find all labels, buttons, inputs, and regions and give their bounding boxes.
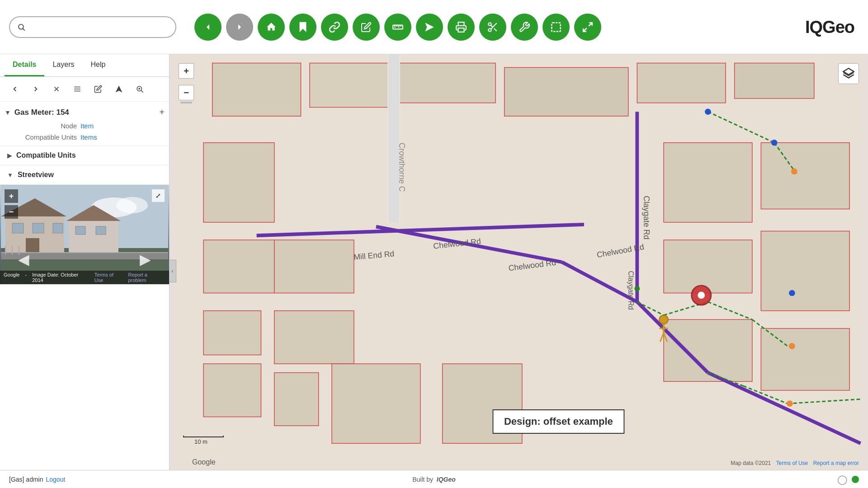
built-by: Built by IQGeo	[412, 476, 456, 483]
collapse-panel-button[interactable]: ‹	[169, 260, 176, 282]
panel-navigate-button[interactable]	[110, 80, 127, 98]
compatible-units-arrow: ▶	[7, 152, 12, 159]
built-by-text: Built by	[412, 476, 433, 483]
node-row: Node Item	[5, 120, 165, 131]
layers-button[interactable]	[838, 63, 859, 84]
svg-rect-63	[203, 364, 261, 417]
svg-rect-36	[33, 223, 44, 233]
svg-point-97	[705, 108, 711, 115]
compatible-units-link[interactable]: Items	[80, 133, 97, 141]
logout-link[interactable]: Logout	[46, 476, 65, 483]
panel-back-button[interactable]	[6, 80, 24, 98]
back-button[interactable]	[194, 14, 222, 41]
search-input[interactable]	[29, 23, 168, 31]
svg-rect-68	[664, 240, 752, 293]
panel-toolbar	[0, 77, 169, 102]
map-report-link[interactable]: Report a map error	[813, 460, 859, 466]
panel-zoom-button[interactable]	[131, 80, 148, 98]
svg-rect-69	[761, 143, 849, 209]
streetview-expand[interactable]: ⤢	[152, 189, 165, 202]
streetview-arrow: ▼	[7, 172, 13, 178]
map-area[interactable]: Crowthorne C Chelwood Rd	[170, 54, 868, 470]
gas-meter-section: ▼ Gas Meter: 154 + Node Item Compatible …	[0, 102, 169, 146]
tab-layers[interactable]: Layers	[44, 54, 82, 76]
svg-line-1	[23, 28, 25, 30]
node-label: Node	[14, 122, 77, 130]
map-zoom-in-button[interactable]: +	[179, 63, 194, 79]
streetview-google-label: Google	[4, 272, 19, 283]
node-link[interactable]: Item	[80, 122, 94, 130]
svg-rect-71	[761, 328, 849, 390]
streetview-prev-arrow[interactable]: ◀	[18, 251, 29, 268]
search-bar[interactable]	[9, 16, 176, 38]
person-icon: ◯	[837, 474, 847, 485]
svg-text:Crowthorne C: Crowthorne C	[397, 143, 406, 192]
scale-line	[183, 436, 224, 437]
svg-point-98	[771, 140, 778, 146]
panel-list-button[interactable]	[69, 80, 86, 98]
nav-buttons	[194, 14, 601, 41]
map-terms-link[interactable]: Terms of Use	[776, 460, 808, 466]
svg-rect-9	[458, 28, 464, 32]
map-data-label: Map data ©2021	[731, 460, 771, 466]
gas-meter-add-button[interactable]: +	[159, 107, 165, 117]
compatible-units-section: ▶ Compatible Units	[0, 146, 169, 165]
tools-button[interactable]	[511, 14, 538, 41]
edit-button[interactable]	[353, 14, 380, 41]
compatible-units-row: Compatible Units Items	[5, 131, 165, 143]
expand-button[interactable]	[574, 14, 601, 41]
location-button[interactable]	[416, 14, 443, 41]
svg-point-11	[488, 28, 491, 32]
streetview-content: + − ⤢ ◀ ▶ Google - Image Date: October 2…	[0, 185, 169, 284]
streetview-report-link[interactable]: Report a problem	[128, 272, 165, 283]
svg-point-96	[634, 286, 640, 291]
map-zoom-out-button[interactable]: −	[179, 85, 194, 100]
select-button[interactable]	[542, 14, 570, 41]
svg-rect-42	[96, 226, 106, 235]
status-bar: [Gas] admin Logout Built by IQGeo ◯	[0, 470, 868, 488]
svg-rect-15	[552, 23, 561, 32]
link-button[interactable]	[321, 14, 348, 41]
tab-details[interactable]: Details	[5, 54, 44, 76]
compatible-units-header[interactable]: ▶ Compatible Units	[0, 146, 169, 165]
svg-marker-2	[300, 22, 307, 32]
status-user-prefix: [Gas] admin	[9, 476, 43, 483]
streetview-zoom-minus[interactable]: −	[5, 205, 18, 219]
panel-edit-button[interactable]	[90, 80, 107, 98]
panel-forward-button[interactable]	[27, 80, 44, 98]
scale-label: 10 m	[194, 438, 208, 445]
panel-close-button[interactable]	[48, 80, 65, 98]
svg-rect-41	[75, 226, 85, 235]
streetview-zoom-plus[interactable]: +	[5, 189, 18, 203]
layers-icon	[842, 67, 855, 80]
home-button[interactable]	[258, 14, 285, 41]
svg-line-14	[491, 25, 493, 27]
streetview-terms-link[interactable]: Terms of Use	[94, 272, 123, 283]
svg-rect-66	[274, 373, 319, 426]
bookmark-button[interactable]	[289, 14, 316, 41]
svg-marker-23	[116, 86, 123, 93]
compatible-units-section-title: Compatible Units	[16, 151, 76, 160]
tab-help[interactable]: Help	[83, 54, 114, 76]
map-zoom-controls: + −	[179, 63, 194, 104]
streetview-section: ▼ Streetview	[0, 165, 169, 488]
streetview-image[interactable]: + − ⤢ ◀ ▶	[0, 185, 169, 284]
top-toolbar: IQGeo	[0, 0, 868, 54]
gas-meter-header[interactable]: ▼ Gas Meter: 154 +	[5, 104, 165, 120]
gas-meter-collapse-icon: ▼	[5, 109, 11, 116]
compatible-units-label: Compatible Units	[14, 133, 77, 141]
svg-point-94	[789, 343, 795, 349]
ruler-button[interactable]	[384, 14, 411, 41]
scale-bar: 10 m	[183, 436, 224, 445]
svg-point-99	[789, 290, 795, 296]
print-button[interactable]	[448, 14, 475, 41]
iqgeo-logo: IQGeo	[805, 17, 854, 37]
svg-rect-61	[203, 240, 274, 293]
streetview-next-arrow[interactable]: ▶	[140, 251, 151, 268]
streetview-header[interactable]: ▼ Streetview	[0, 165, 169, 185]
svg-rect-70	[761, 231, 849, 310]
forward-button[interactable]	[226, 14, 253, 41]
svg-point-0	[19, 24, 24, 29]
scissors-button[interactable]	[479, 14, 506, 41]
svg-point-112	[698, 292, 705, 299]
